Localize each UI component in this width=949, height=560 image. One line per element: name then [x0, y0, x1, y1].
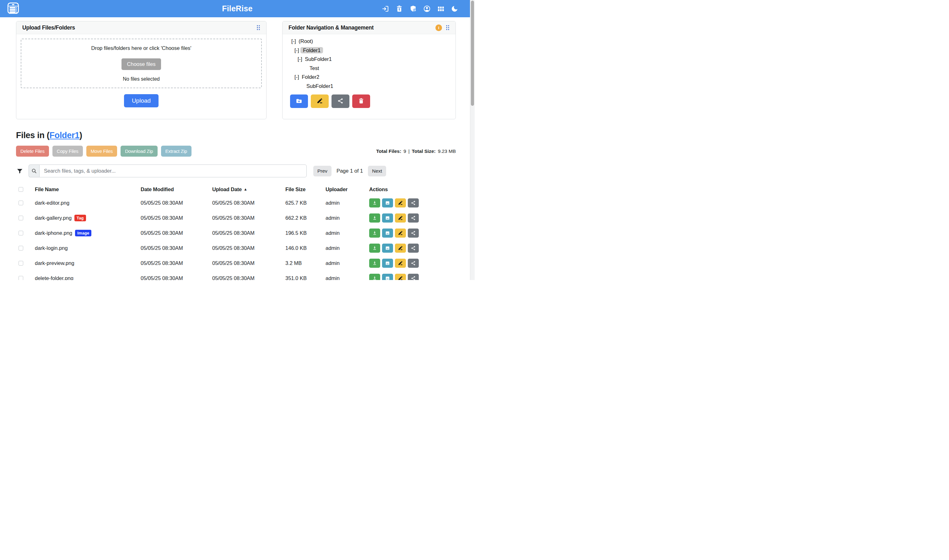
folder-plus-icon — [296, 98, 302, 105]
upload-date: 05/05/25 08:30AM — [212, 275, 285, 280]
header-uploader[interactable]: Uploader — [326, 186, 369, 192]
filter-icon[interactable] — [16, 167, 23, 175]
current-folder-link[interactable]: Folder1 — [49, 131, 79, 140]
file-dropzone[interactable]: Drop files/folders here or click 'Choose… — [21, 38, 262, 88]
tree-toggle[interactable]: [-] — [294, 48, 299, 53]
edit-pencil-icon — [317, 98, 323, 105]
share-button[interactable] — [408, 229, 419, 238]
page-scrollbar[interactable] — [470, 0, 475, 280]
download-button[interactable] — [369, 258, 380, 268]
rename-button[interactable] — [395, 214, 406, 223]
drag-handle-icon[interactable] — [257, 25, 260, 31]
file-badge: Tag — [74, 215, 86, 221]
tree-node: [-] SubFolder1 — [290, 55, 455, 64]
tree-folder-label[interactable]: Test — [308, 65, 320, 71]
rename-folder-button[interactable] — [311, 94, 329, 108]
row-checkbox[interactable] — [18, 201, 23, 205]
tree-folder-label[interactable]: Folder1 — [300, 47, 323, 53]
rename-button[interactable] — [395, 229, 406, 238]
tree-node: SubFolder1 — [290, 82, 455, 91]
search-icon — [29, 165, 39, 177]
rename-button[interactable] — [395, 274, 406, 280]
share-folder-button[interactable] — [332, 94, 349, 108]
row-checkbox[interactable] — [18, 215, 23, 220]
preview-image-button[interactable] — [382, 274, 393, 280]
rename-button[interactable] — [395, 244, 406, 253]
table-row: dark-editor.png 05/05/25 08:30AM 05/05/2… — [16, 195, 456, 210]
upload-date: 05/05/25 08:30AM — [212, 260, 285, 266]
move-files-button[interactable]: Move Files — [86, 146, 117, 157]
preview-image-button[interactable] — [382, 229, 393, 238]
file-name[interactable]: dark-editor.png — [35, 200, 69, 206]
share-button[interactable] — [408, 258, 419, 268]
preview-image-button[interactable] — [382, 244, 393, 253]
upload-date: 05/05/25 08:30AM — [212, 245, 285, 251]
tree-toggle[interactable]: [-] — [291, 38, 296, 44]
folder-card-title: Folder Navigation & Management — [289, 25, 374, 31]
tree-toggle[interactable]: [-] — [294, 74, 299, 80]
download-button[interactable] — [369, 229, 380, 238]
trash-icon — [358, 98, 365, 105]
logout-icon[interactable] — [381, 5, 389, 12]
share-button[interactable] — [408, 214, 419, 223]
table-row: dark-iphone.png Image 05/05/25 08:30AM 0… — [16, 225, 456, 240]
header-file-name[interactable]: File Name — [30, 186, 141, 192]
zip-files-button[interactable]: Download Zip — [120, 146, 157, 157]
share-button[interactable] — [408, 244, 419, 253]
header-upload-date[interactable]: Upload Date▲ — [212, 186, 285, 192]
file-uploader: admin — [326, 230, 369, 236]
preview-image-button[interactable] — [382, 258, 393, 268]
delete-files-button[interactable]: Delete Files — [16, 146, 49, 157]
drag-handle-icon[interactable] — [446, 25, 449, 31]
tree-folder-label[interactable]: SubFolder1 — [304, 56, 333, 62]
info-icon[interactable]: i — [435, 25, 442, 31]
tree-folder-label[interactable]: SubFolder1 — [305, 83, 334, 89]
delete-folder-button[interactable] — [352, 94, 370, 108]
file-name[interactable]: dark-iphone.png — [35, 230, 72, 236]
select-all-checkbox[interactable] — [18, 187, 23, 192]
apps-grid-icon[interactable] — [437, 5, 445, 12]
admin-shield-icon[interactable] — [409, 5, 417, 12]
row-checkbox[interactable] — [18, 231, 23, 235]
row-checkbox[interactable] — [18, 246, 23, 251]
bulk-actions: Delete FilesCopy FilesMove FilesDownload… — [16, 146, 191, 157]
search-input[interactable] — [39, 165, 307, 177]
rename-button[interactable] — [395, 258, 406, 268]
extract-files-button[interactable]: Extract Zip — [161, 146, 191, 157]
download-button[interactable] — [369, 244, 380, 253]
scrollbar-thumb[interactable] — [471, 1, 474, 106]
row-checkbox[interactable] — [18, 261, 23, 266]
preview-image-button[interactable] — [382, 198, 393, 208]
file-name[interactable]: dark-preview.png — [35, 260, 74, 266]
prev-page-button[interactable]: Prev — [313, 166, 332, 176]
share-button[interactable] — [408, 198, 419, 208]
tree-toggle[interactable]: [-] — [298, 56, 302, 62]
choose-files-button[interactable]: Choose files — [122, 58, 161, 70]
date-modified: 05/05/25 08:30AM — [141, 230, 212, 236]
tree-folder-label[interactable]: (Root) — [297, 38, 314, 44]
file-size: 196.5 KB — [285, 230, 326, 236]
download-button[interactable] — [369, 214, 380, 223]
upload-button[interactable]: Upload — [124, 94, 158, 107]
row-checkbox[interactable] — [18, 276, 23, 280]
user-profile-icon[interactable] — [423, 5, 431, 12]
restore-trash-icon[interactable] — [395, 5, 403, 12]
file-name[interactable]: dark-gallery.png — [35, 215, 72, 221]
rename-button[interactable] — [395, 198, 406, 208]
preview-image-button[interactable] — [382, 214, 393, 223]
file-name[interactable]: delete-folder.png — [35, 275, 74, 280]
copy-files-button[interactable]: Copy Files — [52, 146, 83, 157]
share-button[interactable] — [408, 274, 419, 280]
file-name[interactable]: dark-login.png — [35, 245, 68, 251]
dark-mode-moon-icon[interactable] — [451, 5, 458, 12]
app-logo-menu-button[interactable] — [7, 2, 20, 15]
header-file-size[interactable]: File Size — [285, 186, 326, 192]
tree-folder-label[interactable]: Folder2 — [300, 74, 320, 80]
date-modified: 05/05/25 08:30AM — [141, 245, 212, 251]
next-page-button[interactable]: Next — [368, 166, 386, 176]
download-button[interactable] — [369, 198, 380, 208]
create-folder-button[interactable] — [290, 94, 308, 108]
header-date-modified[interactable]: Date Modified — [141, 186, 212, 192]
header-actions — [381, 5, 458, 12]
download-button[interactable] — [369, 274, 380, 280]
